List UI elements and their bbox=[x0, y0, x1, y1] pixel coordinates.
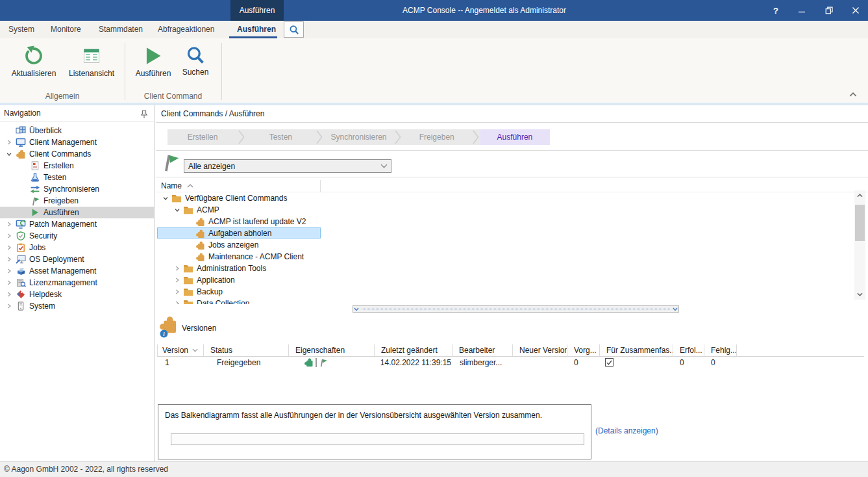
step-freigeben[interactable]: Freigeben bbox=[402, 129, 472, 145]
nav-item-client-management[interactable]: Client Management bbox=[0, 136, 154, 148]
column-status[interactable]: Status bbox=[204, 344, 289, 356]
nav-item-lizenzmanagement[interactable]: Lizenzmanagement bbox=[0, 277, 154, 289]
nav-item-erstellen[interactable]: Erstellen bbox=[0, 160, 154, 172]
scroll-up-button[interactable] bbox=[854, 190, 865, 201]
scroll-down-button[interactable] bbox=[854, 289, 865, 300]
help-button[interactable]: ? bbox=[765, 0, 787, 21]
menu-abfrageaktionen[interactable]: Abfrageaktionen bbox=[158, 21, 214, 38]
column-erfolgreich[interactable]: Erfol... bbox=[673, 344, 704, 356]
nav-item-os-deployment[interactable]: OS Deployment bbox=[0, 253, 154, 265]
puzzle-icon bbox=[16, 149, 26, 159]
flask-icon bbox=[31, 173, 40, 182]
chevron-down-icon bbox=[354, 307, 359, 311]
column-fehlgeschlagen[interactable]: Fehlg... bbox=[704, 344, 737, 356]
server-icon bbox=[18, 302, 24, 311]
column-zuletzt-geaendert[interactable]: Zuletzt geändert bbox=[375, 344, 453, 356]
nav-item-security[interactable]: Security bbox=[0, 230, 154, 242]
nav-item-patch-management[interactable]: Patch Management bbox=[0, 218, 154, 230]
list-view-icon bbox=[81, 45, 102, 66]
tree-item-jobs-anzeigen[interactable]: Jobs anzeigen bbox=[156, 239, 844, 251]
execute-button[interactable]: Ausführen bbox=[130, 41, 177, 92]
puzzle-icon bbox=[195, 240, 205, 250]
column-version[interactable]: Version bbox=[157, 344, 204, 356]
window-title: ACMP Console -- Angemeldet als Administr… bbox=[403, 0, 566, 21]
column-fuer-zusammenfassung[interactable]: Für Zusammenfas... bbox=[600, 344, 673, 356]
close-button[interactable] bbox=[845, 0, 867, 21]
list-view-button[interactable]: Listenansicht bbox=[64, 41, 119, 92]
puzzle-icon bbox=[195, 252, 205, 262]
folder-icon bbox=[171, 194, 182, 203]
collapse-ribbon-button[interactable] bbox=[849, 90, 857, 99]
scrollbar-thumb[interactable] bbox=[855, 205, 865, 241]
nav-item-ueberblick[interactable]: Überblick bbox=[0, 125, 154, 136]
nav-item-client-commands[interactable]: Client Commands bbox=[0, 148, 154, 160]
folder-icon bbox=[183, 299, 193, 304]
menu-monitore[interactable]: Monitore bbox=[51, 21, 81, 38]
tree-item-data-collection[interactable]: Data Collection bbox=[156, 298, 844, 304]
chevron-down-icon bbox=[6, 151, 12, 157]
icon-divider bbox=[316, 358, 317, 367]
zusammenfassung-checkbox[interactable] bbox=[605, 358, 614, 367]
column-vorg[interactable]: Vorg... bbox=[567, 344, 600, 356]
nav-item-helpdesk[interactable]: Helpdesk bbox=[0, 289, 154, 300]
menu-system[interactable]: System bbox=[8, 21, 34, 38]
search-button[interactable]: Suchen bbox=[177, 41, 214, 92]
nav-item-freigeben[interactable]: Freigeben bbox=[0, 195, 154, 207]
refresh-button[interactable]: Aktualisieren bbox=[4, 41, 64, 92]
column-bearbeiter[interactable]: Bearbeiter bbox=[453, 344, 513, 356]
nav-item-testen[interactable]: Testen bbox=[0, 172, 154, 183]
nav-item-synchronisieren[interactable]: Synchronisieren bbox=[0, 183, 154, 195]
tree-item-application[interactable]: Application bbox=[156, 274, 844, 286]
step-chevron-icon bbox=[472, 129, 480, 145]
chevron-right-icon bbox=[175, 277, 180, 283]
column-neuer-versions[interactable]: Neuer Versions... bbox=[513, 344, 567, 356]
tree-item-acmp-folder[interactable]: ACMP bbox=[156, 204, 844, 216]
clipboard-icon bbox=[16, 243, 25, 252]
nav-item-asset-management[interactable]: Asset Management bbox=[0, 265, 154, 277]
step-ausfuehren-active[interactable]: Ausführen bbox=[480, 129, 550, 145]
overview-icon bbox=[16, 126, 26, 135]
step-erstellen[interactable]: Erstellen bbox=[167, 129, 238, 145]
sync-icon bbox=[30, 185, 40, 194]
tree-item-aufgaben-abholen-selected[interactable]: Aufgaben abholen bbox=[156, 227, 844, 239]
cell-erfol: 0 bbox=[673, 357, 704, 368]
titlebar-active-tab[interactable]: Ausführen bbox=[230, 0, 284, 21]
tree-item-backup[interactable]: Backup bbox=[156, 286, 844, 298]
document-icon bbox=[31, 161, 40, 170]
step-synchronisieren[interactable]: Synchronisieren bbox=[323, 129, 393, 145]
tree-item-maintenance-acmp-client[interactable]: Maintenance - ACMP Client bbox=[156, 251, 844, 263]
nav-item-system[interactable]: System bbox=[0, 300, 154, 312]
flag-icon bbox=[31, 196, 40, 206]
splitter-handle[interactable] bbox=[353, 305, 679, 313]
info-icon bbox=[160, 329, 168, 338]
vertical-scrollbar[interactable] bbox=[854, 190, 865, 300]
shield-icon bbox=[16, 231, 25, 240]
step-testen[interactable]: Testen bbox=[245, 129, 316, 145]
chevron-right-icon bbox=[6, 233, 12, 238]
step-chevron-icon bbox=[316, 129, 323, 145]
minimize-button[interactable] bbox=[791, 0, 813, 21]
filter-dropdown[interactable]: Alle anzeigen bbox=[184, 159, 391, 173]
play-icon bbox=[31, 208, 40, 217]
close-icon bbox=[852, 6, 860, 14]
navigation-title: Navigation bbox=[4, 105, 41, 122]
details-link[interactable]: (Details anzeigen) bbox=[595, 426, 658, 435]
tree-item-administration-tools[interactable]: Administration Tools bbox=[156, 263, 844, 274]
menu-stammdaten[interactable]: Stammdaten bbox=[99, 21, 143, 38]
column-name-header[interactable]: Name bbox=[161, 180, 193, 192]
nav-item-ausfuehren[interactable]: Ausführen bbox=[0, 207, 154, 218]
chevron-down-icon bbox=[857, 292, 863, 296]
tree-item-verfuegbare-client-commands[interactable]: Verfügbare Client Commands bbox=[156, 192, 844, 204]
restore-button[interactable] bbox=[818, 0, 840, 21]
sort-descending-icon bbox=[192, 348, 198, 352]
menu-search-button[interactable] bbox=[284, 21, 304, 38]
cell-eigenschaften bbox=[304, 357, 328, 367]
tree-item-acmp-ist-laufend-update[interactable]: ACMP ist laufend update V2 bbox=[156, 216, 844, 227]
menu-ausfuehren[interactable]: Ausführen bbox=[237, 21, 276, 38]
ribbon: Aktualisieren Listenansicht Ausführen Su… bbox=[0, 38, 868, 103]
flag-icon bbox=[319, 358, 328, 367]
group-allgemein: Allgemein bbox=[0, 92, 125, 102]
pin-button[interactable] bbox=[140, 109, 149, 119]
nav-item-jobs[interactable]: Jobs bbox=[0, 242, 154, 253]
column-eigenschaften[interactable]: Eigenschaften bbox=[289, 344, 375, 356]
